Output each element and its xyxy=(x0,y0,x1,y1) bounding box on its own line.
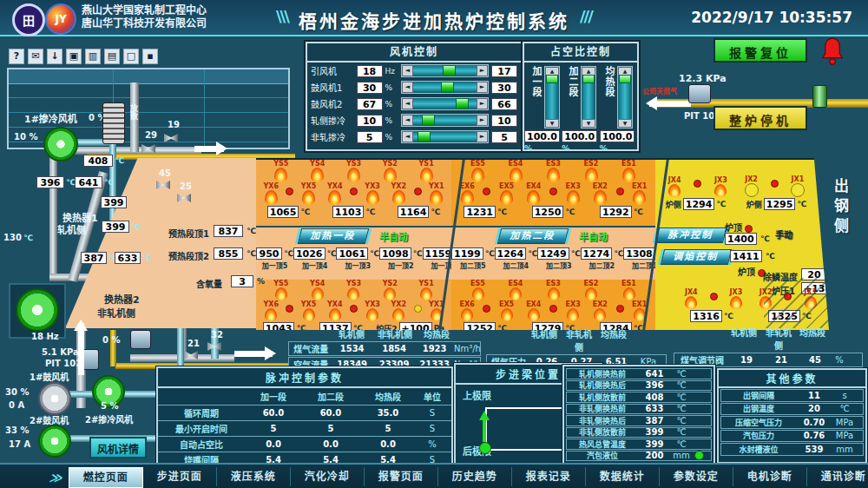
nav-tab-报表记录[interactable]: 报表记录 xyxy=(512,467,586,486)
burner-flame-icon[interactable] xyxy=(594,190,607,205)
nav-tab-数据统计[interactable]: 数据统计 xyxy=(586,467,660,486)
slider-left-button[interactable]: ◄ xyxy=(402,131,413,142)
burner-flame-icon[interactable] xyxy=(622,168,635,182)
fan-slider[interactable]: ◄► xyxy=(401,114,489,127)
idf-fan-icon[interactable] xyxy=(16,288,59,332)
burner-flame-icon[interactable] xyxy=(730,296,742,309)
burner-flame-icon[interactable] xyxy=(633,190,646,205)
fan-slider[interactable]: ◄► xyxy=(401,81,489,94)
blower2-icon[interactable] xyxy=(38,425,71,458)
slider-thumb[interactable] xyxy=(443,65,456,76)
nav-tab-燃控页面[interactable]: 燃控页面 xyxy=(69,467,143,488)
burner-flame-icon[interactable] xyxy=(528,308,540,321)
slider-thumb[interactable] xyxy=(441,82,454,93)
burner-flame-icon[interactable] xyxy=(420,168,433,182)
chart-icon[interactable]: ▥ xyxy=(85,49,101,64)
burner-flame-icon[interactable] xyxy=(329,308,341,321)
burner-off-icon[interactable] xyxy=(791,183,805,197)
slider-left-button[interactable]: ◄ xyxy=(402,65,413,76)
fan-slider[interactable]: ◄► xyxy=(401,97,489,110)
nav-tab-参数设定[interactable]: 参数设定 xyxy=(660,467,733,486)
alarm-bell-icon[interactable] xyxy=(819,36,845,66)
nav-tab-电机诊断[interactable]: 电机诊断 xyxy=(733,467,807,486)
duty-down-button[interactable]: ▼ xyxy=(582,119,595,128)
duty-down-button[interactable]: ▼ xyxy=(618,119,632,128)
burner-flame-icon[interactable] xyxy=(547,168,560,182)
burner-flame-icon[interactable] xyxy=(392,308,404,321)
burner-flame-icon[interactable] xyxy=(501,308,513,321)
burner-flame-icon[interactable] xyxy=(392,190,405,205)
lock-icon[interactable]: ▪ xyxy=(142,49,158,64)
fan-setpoint-input[interactable]: 67 xyxy=(357,98,383,110)
burner-flame-icon[interactable] xyxy=(668,184,681,197)
slider-left-button[interactable]: ◄ xyxy=(402,98,413,109)
burner-flame-icon[interactable] xyxy=(461,308,473,321)
nav-tab-历史趋势[interactable]: 历史趋势 xyxy=(438,467,512,486)
pit103-instrument[interactable] xyxy=(688,84,711,103)
burner-flame-icon[interactable] xyxy=(548,287,560,300)
slider-right-button[interactable]: ► xyxy=(477,82,488,93)
burner-flame-icon[interactable] xyxy=(384,287,396,300)
burner-flame-icon[interactable] xyxy=(471,168,484,182)
send-icon[interactable]: ✉ xyxy=(28,49,43,64)
burner-flame-icon[interactable] xyxy=(311,168,324,182)
burner-flame-icon[interactable] xyxy=(347,287,359,300)
nav-tab-步进页面[interactable]: 步进页面 xyxy=(143,467,217,486)
burner-flame-icon[interactable] xyxy=(347,168,360,182)
fan-detail-button[interactable]: 风机详情 xyxy=(89,437,147,458)
burner-flame-icon[interactable] xyxy=(527,190,540,205)
fan-slider[interactable]: ◄► xyxy=(401,64,489,77)
gas-control-valve[interactable] xyxy=(812,85,827,108)
burner-flame-icon[interactable] xyxy=(685,296,697,309)
burner-flame-icon[interactable] xyxy=(585,287,597,300)
report-icon[interactable]: ▤ xyxy=(104,49,120,64)
burner-flame-icon[interactable] xyxy=(302,190,315,205)
burner-flame-icon[interactable] xyxy=(312,287,324,300)
duty-down-button[interactable]: ▼ xyxy=(545,119,559,128)
window-icon[interactable]: □ xyxy=(123,49,139,64)
burner-flame-icon[interactable] xyxy=(594,308,606,321)
fan-setpoint-input[interactable]: 10 xyxy=(357,115,383,127)
duty-slider[interactable]: ▲▼ xyxy=(581,66,596,129)
slider-thumb[interactable] xyxy=(422,115,435,126)
burner-flame-icon[interactable] xyxy=(275,287,287,300)
nav-tab-汽化冷却[interactable]: 汽化冷却 xyxy=(291,467,365,486)
nav-tab-液压系统[interactable]: 液压系统 xyxy=(217,467,291,486)
nav-tab-通讯诊断[interactable]: 通讯诊断 xyxy=(807,467,868,486)
burner-flame-icon[interactable] xyxy=(567,308,579,321)
burner-flame-icon[interactable] xyxy=(265,190,278,205)
burner-flame-icon[interactable] xyxy=(274,168,287,182)
burner-flame-icon[interactable] xyxy=(714,184,727,197)
alarm-reset-button[interactable]: 报警复位 xyxy=(713,38,807,63)
slider-right-button[interactable]: ► xyxy=(477,98,488,109)
flame-adjust-banner[interactable]: 调焰控制 xyxy=(662,249,730,265)
duty-slider[interactable]: ▲▼ xyxy=(544,66,560,129)
fan-slider[interactable]: ◄► xyxy=(401,130,489,143)
burner-flame-icon[interactable] xyxy=(623,287,635,300)
burner-flame-icon[interactable] xyxy=(265,308,277,321)
mixfan1-icon[interactable] xyxy=(43,127,78,162)
fan-setpoint-input[interactable]: 5 xyxy=(357,131,383,143)
slider-right-button[interactable]: ► xyxy=(477,115,488,126)
duty-slider[interactable]: ▲▼ xyxy=(617,66,633,129)
burner-flame-icon[interactable] xyxy=(430,190,443,205)
burner-flame-icon[interactable] xyxy=(585,168,598,182)
burner-flame-icon[interactable] xyxy=(366,308,378,321)
burner-flame-icon[interactable] xyxy=(461,190,474,205)
slider-thumb[interactable] xyxy=(456,98,469,109)
fan-setpoint-input[interactable]: 18 xyxy=(357,65,383,77)
burner-flame-icon[interactable] xyxy=(328,190,341,205)
burner-flame-icon[interactable] xyxy=(420,287,432,300)
burner-flame-icon[interactable] xyxy=(510,168,523,182)
burner-off-icon[interactable] xyxy=(745,183,759,197)
burner-flame-icon[interactable] xyxy=(384,168,397,182)
blower1-icon[interactable] xyxy=(38,382,71,415)
zone-banner[interactable]: 加热一段 xyxy=(298,228,369,244)
burner-flame-icon[interactable] xyxy=(510,287,522,300)
burner-flame-icon[interactable] xyxy=(500,190,513,205)
help-icon[interactable]: ? xyxy=(9,49,24,64)
burner-flame-icon[interactable] xyxy=(472,287,484,300)
furnace-stop-button[interactable]: 整炉停机 xyxy=(713,106,807,130)
download-icon[interactable]: ↓ xyxy=(47,49,62,64)
burner-flame-icon[interactable] xyxy=(366,190,379,205)
